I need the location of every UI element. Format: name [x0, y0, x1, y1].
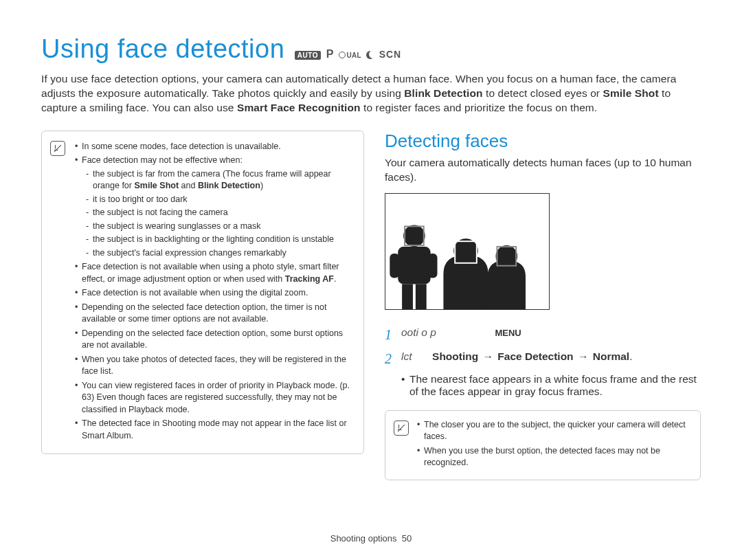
dual-mode-label: UAL: [346, 52, 361, 59]
note-subitem: the subject is far from the camera (The …: [86, 168, 351, 192]
svg-point-9: [496, 245, 518, 267]
svg-rect-5: [416, 284, 427, 309]
svg-rect-3: [428, 254, 438, 278]
note-item: Face detection is not available when usi…: [75, 261, 351, 285]
section-description: Your camera automatically detects human …: [385, 156, 701, 185]
note-item: When you use the burst option, the detec…: [417, 445, 689, 469]
svg-point-7: [453, 238, 478, 263]
note-subitem: it is too bright or too dark: [86, 194, 351, 206]
svg-rect-2: [390, 254, 399, 278]
night-mode-icon: [366, 51, 374, 59]
note-subitem: the subject is not facing the camera: [86, 207, 351, 219]
note-item: In some scene modes, face detection is u…: [75, 141, 351, 153]
p-mode-icon: P: [326, 48, 334, 60]
note-icon: [50, 141, 65, 156]
page-title: Using face detection: [41, 34, 284, 64]
step-sub-bullet: The nearest face appears in a white focu…: [401, 373, 701, 398]
svg-rect-4: [402, 284, 413, 309]
scn-mode-icon: SCN: [379, 49, 402, 60]
note-subitem: the subject is wearing sunglasses or a m…: [86, 221, 351, 233]
note-item: The detected face in Shooting mode may n…: [75, 418, 351, 442]
note-item: Face detection is not available when usi…: [75, 287, 351, 300]
note-subitem: the subject is in backlighting or the li…: [86, 234, 351, 246]
left-note-box: In some scene modes, face detection is u…: [41, 131, 364, 455]
step-number: 1: [385, 325, 401, 345]
auto-mode-icon: AUTO: [295, 51, 321, 60]
step-body: lct Shooting → Face Detection → Normal.: [401, 349, 701, 369]
note-item: Depending on the selected face detection…: [75, 328, 351, 352]
note-subitem: the subject's facial expression changes …: [86, 247, 351, 260]
note-icon: [394, 421, 409, 436]
note-item: When you take photos of detected faces, …: [75, 354, 351, 378]
note-item: Depending on the selected face detection…: [75, 302, 351, 326]
note-item: Face detection may not be effective when…: [75, 155, 351, 259]
steps-list: 1 ooti o p MENU 2 lct Shooting → Face De…: [385, 325, 701, 398]
step-number: 2: [385, 349, 401, 369]
section-heading: Detecting faces: [385, 131, 701, 152]
svg-point-0: [403, 225, 425, 247]
note-item: You can view registered faces in order o…: [75, 380, 351, 416]
page-footer: Shooting options 50: [0, 533, 742, 544]
dual-mode-icon: [339, 52, 346, 58]
note-item: The closer you are to the subject, the q…: [417, 419, 689, 443]
face-detection-preview: [385, 193, 550, 310]
intro-paragraph: If you use face detection options, your …: [41, 72, 701, 115]
step-body: ooti o p MENU: [401, 325, 701, 345]
right-note-box: The closer you are to the subject, the q…: [385, 410, 701, 480]
svg-rect-1: [398, 247, 430, 284]
mode-icons: AUTO P UAL SCN: [295, 48, 401, 60]
